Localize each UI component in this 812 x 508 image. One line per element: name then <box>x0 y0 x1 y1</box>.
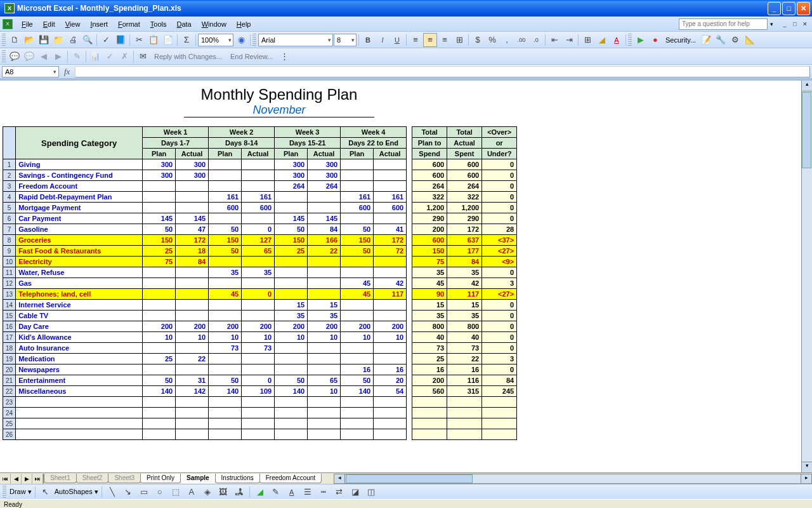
italic-icon[interactable]: I <box>376 33 390 47</box>
borders-icon[interactable]: ⊞ <box>580 33 594 47</box>
wordart-icon[interactable]: A <box>185 485 199 499</box>
toolbar-grip[interactable] <box>2 33 6 47</box>
tab-sheet2[interactable]: Sheet2 <box>76 474 109 483</box>
new-icon[interactable]: 🗋 <box>8 33 22 47</box>
menu-data[interactable]: Data <box>171 18 196 30</box>
show-comment-icon[interactable]: 💬 <box>22 50 36 64</box>
zoom-combo[interactable]: 100% <box>198 34 233 46</box>
increase-decimal-icon[interactable]: .00 <box>514 33 528 47</box>
horizontal-scrollbar[interactable] <box>334 474 812 484</box>
new-comment-icon[interactable]: 💬 <box>8 50 22 64</box>
tab-prev-icon[interactable]: ◀ <box>11 474 22 484</box>
vertical-scrollbar[interactable] <box>801 81 812 472</box>
spelling-icon[interactable]: ✓ <box>99 33 113 47</box>
tab-nav[interactable]: ⏮ ◀ ▶ ⏭ <box>0 474 44 484</box>
tab-print-only[interactable]: Print Only <box>140 474 181 483</box>
ink-icon[interactable]: ✎ <box>70 50 84 64</box>
end-review-button[interactable]: End Review... <box>226 53 277 60</box>
underline-icon[interactable]: U <box>390 33 404 47</box>
help-dropdown-icon[interactable]: ▾ <box>770 21 776 27</box>
tool1-icon[interactable]: 🔧 <box>714 33 728 47</box>
mdi-close-button[interactable]: ✕ <box>801 20 809 29</box>
autosum-icon[interactable]: Σ <box>180 33 193 47</box>
tab-next-icon[interactable]: ▶ <box>22 474 32 484</box>
line-color-icon[interactable]: ✎ <box>269 485 283 499</box>
reply-changes-button[interactable]: Reply with Changes... <box>150 53 226 60</box>
fx-icon[interactable]: fx <box>64 67 70 77</box>
tab-last-icon[interactable]: ⏭ <box>32 474 43 484</box>
textbox-icon[interactable]: ⬚ <box>169 485 183 499</box>
fill-color-icon[interactable]: ◢ <box>595 33 609 47</box>
align-left-icon[interactable]: ≡ <box>409 33 422 47</box>
dash-style-icon[interactable]: ┅ <box>317 485 331 499</box>
menu-file[interactable]: File <box>16 18 38 30</box>
permission-icon[interactable]: 📁 <box>51 33 65 47</box>
arrow-icon[interactable]: ↘ <box>121 485 135 499</box>
tab-freedom-account[interactable]: Freedom Account <box>259 474 322 483</box>
close-button[interactable]: ✕ <box>797 2 810 15</box>
arrow-style-icon[interactable]: ⇄ <box>332 485 346 499</box>
fontsize-combo[interactable]: 8 <box>334 34 357 46</box>
menu-tools[interactable]: Tools <box>145 18 172 30</box>
font-combo[interactable]: Arial <box>258 34 333 46</box>
play-icon[interactable]: ▶ <box>634 33 648 47</box>
shadow-icon[interactable]: ◪ <box>348 485 362 499</box>
mdi-restore-button[interactable]: □ <box>790 20 799 29</box>
print-icon[interactable]: 🖨 <box>66 33 80 47</box>
cut-icon[interactable]: ✂ <box>132 33 146 47</box>
tool3-icon[interactable]: 📐 <box>743 33 757 47</box>
percent-icon[interactable]: % <box>485 33 499 47</box>
record-icon[interactable]: ● <box>648 33 662 47</box>
menu-window[interactable]: Window <box>197 18 232 30</box>
line-style-icon[interactable]: ☰ <box>301 485 315 499</box>
fill-color-draw-icon[interactable]: ◢ <box>253 485 267 499</box>
menu-format[interactable]: Format <box>113 18 145 30</box>
worksheet-area[interactable]: Monthly Spending Plan November Spending … <box>0 79 812 472</box>
tool2-icon[interactable]: ⚙ <box>728 33 742 47</box>
help-icon[interactable]: ◉ <box>234 33 248 47</box>
toolbar-grip-2[interactable] <box>252 33 256 47</box>
font-color-icon[interactable]: A <box>610 33 624 47</box>
paste-icon[interactable]: 📄 <box>161 33 175 47</box>
reject-icon[interactable]: ✗ <box>117 50 131 64</box>
track-icon[interactable]: 📊 <box>88 50 102 64</box>
copy-icon[interactable]: 📋 <box>147 33 160 47</box>
open-icon[interactable]: 📂 <box>22 33 36 47</box>
menu-help[interactable]: Help <box>232 18 256 30</box>
diagram-icon[interactable]: ◈ <box>200 485 214 499</box>
send-icon[interactable]: ✉ <box>136 50 150 64</box>
prev-comment-icon[interactable]: ◀ <box>37 50 51 64</box>
align-right-icon[interactable]: ≡ <box>438 33 452 47</box>
tab-first-icon[interactable]: ⏮ <box>0 474 11 484</box>
maximize-button[interactable]: □ <box>782 2 796 15</box>
line-icon[interactable]: ╲ <box>105 485 119 499</box>
oval-icon[interactable]: ○ <box>153 485 167 499</box>
name-box[interactable]: A8 <box>2 66 59 77</box>
bold-icon[interactable]: B <box>361 33 375 47</box>
tab-sheet1[interactable]: Sheet1 <box>44 474 77 483</box>
font-color-draw-icon[interactable]: A <box>285 485 299 499</box>
accept-icon[interactable]: ✓ <box>103 50 117 64</box>
menu-insert[interactable]: Insert <box>85 18 113 30</box>
tab-sheet3[interactable]: Sheet3 <box>108 474 141 483</box>
tab-instructions[interactable]: Instructions <box>215 474 260 483</box>
decrease-decimal-icon[interactable]: .0 <box>529 33 543 47</box>
options-icon[interactable]: ⋮ <box>277 50 291 64</box>
decrease-indent-icon[interactable]: ⇤ <box>547 33 561 47</box>
save-icon[interactable]: 💾 <box>37 33 51 47</box>
help-search-input[interactable] <box>679 18 768 30</box>
formula-input[interactable] <box>75 66 810 77</box>
select-objects-icon[interactable]: ↖ <box>39 485 53 499</box>
mdi-minimize-button[interactable]: _ <box>780 20 789 29</box>
increase-indent-icon[interactable]: ⇥ <box>562 33 576 47</box>
minimize-button[interactable]: _ <box>768 2 781 15</box>
rectangle-icon[interactable]: ▭ <box>137 485 151 499</box>
3d-icon[interactable]: ◫ <box>364 485 378 499</box>
doc-icon[interactable]: X <box>3 19 13 29</box>
picture-icon[interactable]: 🏞 <box>232 485 246 499</box>
research-icon[interactable]: 📘 <box>114 33 128 47</box>
currency-icon[interactable]: $ <box>471 33 485 47</box>
next-comment-icon[interactable]: ▶ <box>51 50 65 64</box>
menu-edit[interactable]: Edit <box>38 18 60 30</box>
menu-view[interactable]: View <box>60 18 86 30</box>
